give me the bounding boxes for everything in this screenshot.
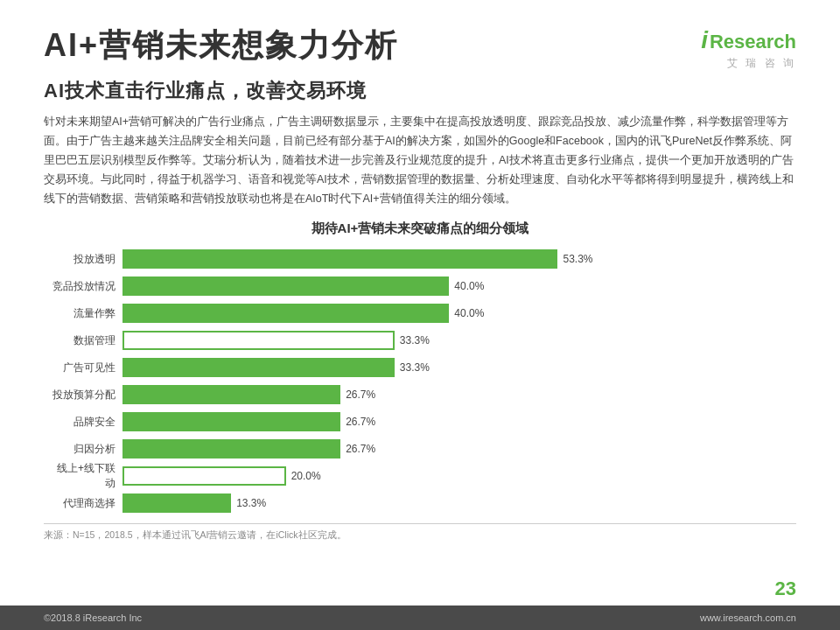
logo-research: Research xyxy=(710,31,796,53)
bar-row: 数据管理33.3% xyxy=(52,329,788,352)
bar-container: 53.3% xyxy=(122,249,788,269)
bar-fill xyxy=(122,276,449,296)
bar-value: 26.7% xyxy=(346,388,375,401)
bar-row: 投放预算分配26.7% xyxy=(52,383,788,406)
bar-fill xyxy=(122,385,340,404)
bar-container: 40.0% xyxy=(122,304,788,323)
logo-top: i Research xyxy=(701,26,796,54)
bottom-bar: ©2018.8 iResearch Inc www.iresearch.com.… xyxy=(0,606,840,630)
bar-fill xyxy=(122,358,395,377)
bar-row: 线上+线下联动20.0% xyxy=(52,465,788,487)
bar-fill xyxy=(122,494,231,513)
bar-fill xyxy=(122,439,340,458)
bar-row: 代理商选择13.3% xyxy=(52,492,788,514)
bar-row: 流量作弊40.0% xyxy=(52,302,788,325)
chart-area: 投放透明53.3%竞品投放情况40.0%流量作弊40.0%数据管理33.3%广告… xyxy=(44,248,796,514)
bar-container: 26.7% xyxy=(122,412,788,431)
bar-row: 竞品投放情况40.0% xyxy=(52,275,788,298)
bar-row: 投放透明53.3% xyxy=(52,248,788,270)
bar-label: 数据管理 xyxy=(52,333,122,348)
bar-container: 33.3% xyxy=(122,331,788,350)
bar-fill xyxy=(122,412,340,431)
bar-label: 流量作弊 xyxy=(52,306,122,321)
bar-value: 40.0% xyxy=(454,307,484,319)
bar-row: 归因分析26.7% xyxy=(52,438,788,460)
bar-value: 13.3% xyxy=(236,497,266,509)
bar-label: 品牌安全 xyxy=(52,415,122,430)
bar-fill xyxy=(122,331,395,350)
bar-container: 40.0% xyxy=(122,276,788,296)
bar-value: 26.7% xyxy=(346,416,375,428)
bar-label: 线上+线下联动 xyxy=(52,461,122,491)
logo-i: i xyxy=(701,26,708,54)
bar-label: 投放预算分配 xyxy=(52,388,122,402)
bar-fill xyxy=(122,466,286,486)
bar-label: 广告可见性 xyxy=(52,360,122,375)
bottom-right: www.iresearch.com.cn xyxy=(700,612,796,623)
main-title: AI+营销未来想象力分析 xyxy=(44,26,398,64)
bar-value: 20.0% xyxy=(291,470,321,482)
chart-title: 期待AI+营销未来突破痛点的细分领域 xyxy=(44,220,796,237)
bar-container: 26.7% xyxy=(122,385,788,404)
bar-container: 13.3% xyxy=(122,494,788,513)
page: AI+营销未来想象力分析 i Research 艾 瑞 咨 询 AI技术直击行业… xyxy=(0,0,840,630)
bar-fill xyxy=(122,304,449,323)
bar-value: 26.7% xyxy=(346,443,375,455)
logo-wrapper: i Research 艾 瑞 咨 询 xyxy=(701,26,796,71)
bar-fill xyxy=(122,249,557,269)
bar-value: 33.3% xyxy=(400,334,430,346)
bar-container: 33.3% xyxy=(122,358,788,377)
bar-container: 26.7% xyxy=(122,439,788,458)
header-area: AI+营销未来想象力分析 i Research 艾 瑞 咨 询 xyxy=(44,26,796,71)
chart-section: 期待AI+营销未来突破痛点的细分领域 投放透明53.3%竞品投放情况40.0%流… xyxy=(44,220,796,514)
bar-label: 竞品投放情况 xyxy=(52,279,122,294)
bar-value: 40.0% xyxy=(454,280,484,292)
bottom-left: ©2018.8 iResearch Inc xyxy=(44,612,142,623)
sub-title: AI技术直击行业痛点，改善交易环境 xyxy=(44,78,796,104)
bar-label: 代理商选择 xyxy=(52,496,122,511)
body-text: 针对未来期望AI+营销可解决的广告行业痛点，广告主调研数据显示，主要集中在提高投… xyxy=(44,113,796,208)
logo-chinese: 艾 瑞 咨 询 xyxy=(727,56,796,71)
bar-label: 投放透明 xyxy=(52,252,122,267)
title-group: AI+营销未来想象力分析 xyxy=(44,26,398,64)
page-number: 23 xyxy=(775,578,796,600)
bar-value: 33.3% xyxy=(400,361,430,374)
bar-label: 归因分析 xyxy=(52,442,122,457)
bar-row: 广告可见性33.3% xyxy=(52,356,788,379)
bar-value: 53.3% xyxy=(563,253,592,265)
bar-container: 20.0% xyxy=(122,466,788,486)
footer-source: 来源：N=15，2018.5，样本通过讯飞AI营销云邀请，在iClick社区完成… xyxy=(44,523,796,542)
bar-row: 品牌安全26.7% xyxy=(52,410,788,433)
